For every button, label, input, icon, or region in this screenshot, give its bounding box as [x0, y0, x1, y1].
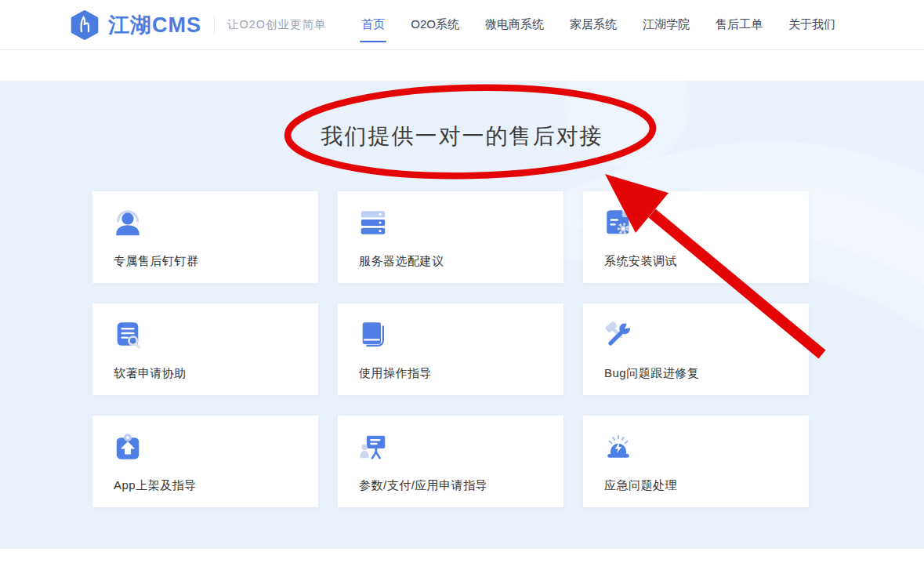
brand-name: 江湖CMS: [108, 11, 201, 39]
nav-item-aftersale-ticket[interactable]: 售后工单: [715, 14, 763, 35]
presentation-icon: [358, 432, 388, 462]
card-app-publish[interactable]: App上架及指导: [92, 416, 318, 507]
server-icon: [358, 208, 388, 238]
card-label: 系统安装调试: [604, 254, 677, 269]
main-nav: 首页 O2O系统 微电商系统 家居系统 江湖学院 售后工单 关于我们: [361, 14, 836, 35]
file-gear-icon: [603, 208, 633, 238]
card-params-payment-guide[interactable]: 参数/支付/应用申请指导: [338, 416, 563, 507]
support-agent-icon: [113, 208, 143, 238]
card-label: 使用操作指导: [359, 366, 432, 381]
brand-tagline: 让O2O创业更简单: [227, 17, 327, 32]
card-system-install[interactable]: 系统安装调试: [583, 191, 809, 283]
nav-item-home[interactable]: 首页: [361, 14, 386, 35]
card-label: 专属售后钉钉群: [114, 254, 199, 269]
card-label: Bug问题跟进修复: [604, 366, 699, 381]
card-label: 软著申请协助: [114, 366, 187, 381]
card-emergency-handling[interactable]: 应急问题处理: [583, 416, 809, 507]
alarm-icon: [603, 432, 633, 462]
card-label: App上架及指导: [114, 478, 197, 493]
nav-item-o2o-system[interactable]: O2O系统: [410, 14, 460, 35]
page: 江湖CMS 让O2O创业更简单 首页 O2O系统 微电商系统 家居系统 江湖学院…: [0, 0, 924, 588]
card-label: 参数/支付/应用申请指导: [359, 478, 487, 493]
aftersale-section: 我们提供一对一的售后对接 专属售后钉钉群: [0, 81, 924, 549]
card-label: 应急问题处理: [604, 478, 677, 493]
card-dingtalk-group[interactable]: 专属售后钉钉群: [92, 191, 318, 283]
service-card-grid: 专属售后钉钉群 服务器选配建议: [92, 191, 809, 507]
card-usage-guide[interactable]: 使用操作指导: [338, 303, 563, 395]
nav-item-academy[interactable]: 江湖学院: [642, 14, 690, 35]
nav-item-home-furnishing[interactable]: 家居系统: [569, 14, 618, 35]
book-icon: [358, 320, 388, 350]
card-copyright-assist[interactable]: 软著申请协助: [92, 303, 318, 395]
nav-item-micro-ecommerce[interactable]: 微电商系统: [484, 14, 545, 35]
brand-logo[interactable]: 江湖CMS 让O2O创业更简单: [69, 9, 327, 41]
nav-item-about-us[interactable]: 关于我们: [788, 14, 836, 35]
section-title: 我们提供一对一的售后对接: [0, 122, 924, 151]
card-server-advice[interactable]: 服务器选配建议: [338, 191, 563, 283]
card-bug-fix[interactable]: Bug问题跟进修复: [583, 303, 809, 395]
brand-divider: [214, 16, 215, 34]
hammer-wrench-icon: [603, 320, 633, 350]
document-search-icon: [113, 320, 143, 350]
app-upload-icon: [113, 432, 143, 462]
hexagon-logo-icon: [69, 9, 100, 41]
top-navigation-bar: 江湖CMS 让O2O创业更简单 首页 O2O系统 微电商系统 家居系统 江湖学院…: [0, 0, 924, 50]
card-label: 服务器选配建议: [359, 254, 444, 269]
